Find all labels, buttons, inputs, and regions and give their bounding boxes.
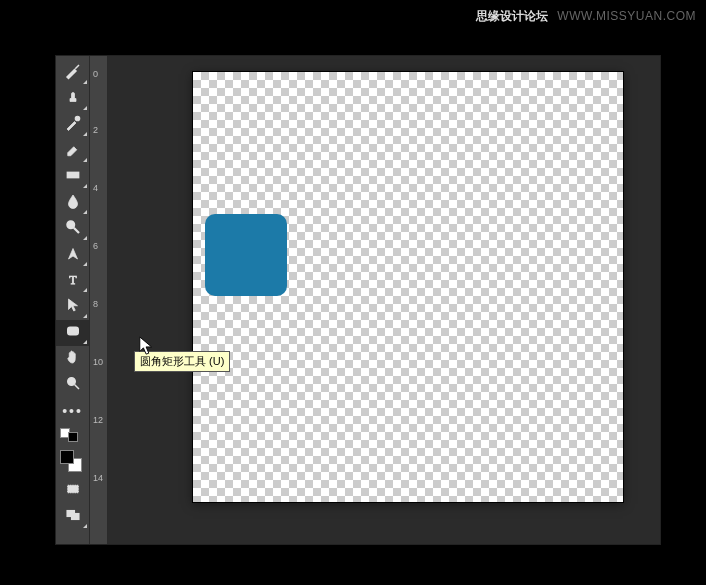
zoom-tool[interactable] bbox=[56, 372, 89, 398]
color-swatch[interactable] bbox=[56, 448, 89, 478]
pen-tool-icon bbox=[64, 244, 82, 266]
more-icon: ••• bbox=[62, 406, 83, 416]
editor-workspace: T ••• bbox=[55, 55, 661, 545]
foreground-color-swatch[interactable] bbox=[60, 450, 74, 464]
svg-point-7 bbox=[70, 487, 75, 492]
tool-tooltip: 圆角矩形工具 (U) bbox=[134, 351, 230, 372]
svg-point-5 bbox=[67, 378, 75, 386]
document-canvas[interactable] bbox=[193, 72, 623, 502]
hand-tool-icon bbox=[64, 348, 82, 370]
canvas-area[interactable]: 圆角矩形工具 (U) bbox=[108, 56, 660, 544]
blur-tool-icon bbox=[64, 192, 82, 214]
rounded-rectangle-tool-icon bbox=[64, 322, 82, 344]
dodge-tool[interactable] bbox=[56, 216, 89, 242]
svg-point-2 bbox=[67, 221, 75, 229]
gradient-tool[interactable] bbox=[56, 164, 89, 190]
brush-tool[interactable] bbox=[56, 60, 89, 86]
zoom-tool-icon bbox=[64, 374, 82, 396]
quick-mask-icon bbox=[64, 480, 82, 502]
rounded-rectangle-shape[interactable] bbox=[205, 214, 287, 296]
toolbar: T ••• bbox=[56, 56, 90, 544]
quick-mask-tool[interactable] bbox=[56, 478, 89, 504]
eraser-tool[interactable] bbox=[56, 138, 89, 164]
vertical-ruler: 0 2 4 6 8 10 12 14 bbox=[90, 56, 108, 544]
screen-mode-icon bbox=[64, 506, 82, 528]
screen-mode-tool[interactable] bbox=[56, 504, 89, 530]
svg-rect-9 bbox=[71, 514, 79, 520]
type-tool-icon: T bbox=[64, 270, 82, 292]
svg-rect-4 bbox=[67, 327, 78, 335]
path-selection-tool[interactable] bbox=[56, 294, 89, 320]
eraser-tool-icon bbox=[64, 140, 82, 162]
gradient-tool-icon bbox=[64, 166, 82, 188]
history-brush-tool[interactable] bbox=[56, 112, 89, 138]
brush-tool-icon bbox=[64, 62, 82, 84]
hand-tool[interactable] bbox=[56, 346, 89, 372]
blur-tool[interactable] bbox=[56, 190, 89, 216]
rounded-rectangle-tool[interactable] bbox=[56, 320, 89, 346]
svg-text:T: T bbox=[69, 273, 77, 287]
stamp-tool-icon bbox=[64, 88, 82, 110]
pen-tool[interactable] bbox=[56, 242, 89, 268]
more-tools[interactable]: ••• bbox=[56, 398, 89, 424]
page-header: 思缘设计论坛 WWW.MISSYUAN.COM bbox=[476, 8, 696, 25]
stamp-tool[interactable] bbox=[56, 86, 89, 112]
type-tool[interactable]: T bbox=[56, 268, 89, 294]
history-brush-tool-icon bbox=[64, 114, 82, 136]
mini-color-swatch[interactable] bbox=[56, 424, 89, 444]
forum-url: WWW.MISSYUAN.COM bbox=[557, 9, 696, 23]
svg-rect-1 bbox=[67, 172, 79, 178]
dodge-tool-icon bbox=[64, 218, 82, 240]
forum-name: 思缘设计论坛 bbox=[476, 9, 548, 23]
path-selection-tool-icon bbox=[64, 296, 82, 318]
